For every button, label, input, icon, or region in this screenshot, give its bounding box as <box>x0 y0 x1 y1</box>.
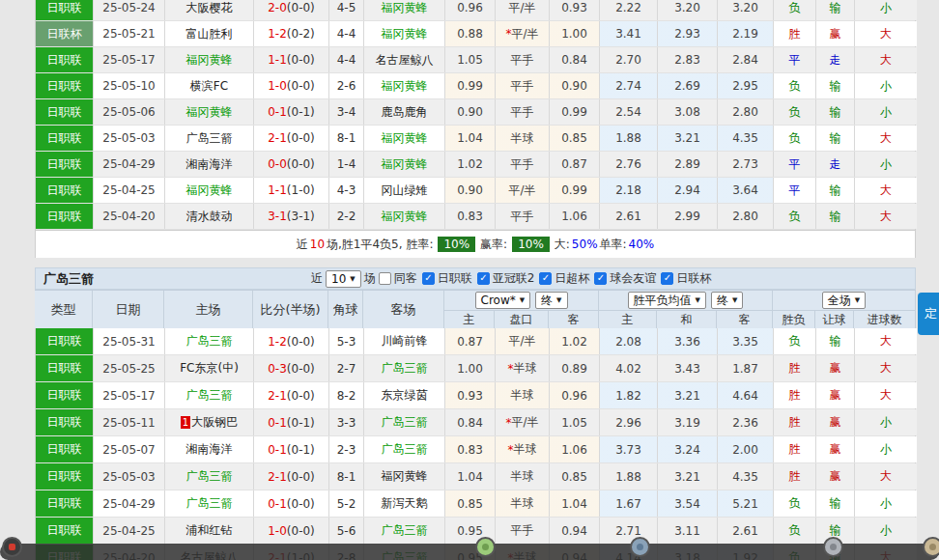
ah-home-odds-cell: 1.00 <box>445 355 496 381</box>
eu-away-odds-cell: 2.80 <box>718 204 774 229</box>
team-link[interactable]: 湘南海洋 <box>186 441 233 458</box>
chevron-down-icon: ▼ <box>520 296 525 304</box>
match-count-select[interactable]: 10 ▼ <box>326 270 361 288</box>
wdl-result-cell: 胜 <box>774 355 816 381</box>
handicap-cell: 半球 <box>496 490 550 517</box>
team-link[interactable]: 名古屋鲸八 <box>376 52 434 69</box>
handicap-time-select[interactable]: 终▼ <box>535 292 567 309</box>
match-row: 日职联25-04-25浦和红钻1-0(0-0)5-6广岛三箭0.95平手0.94… <box>36 518 915 545</box>
score-cell: 3-1(3-1) <box>254 204 329 229</box>
league-badge[interactable]: 日职联 <box>36 409 93 435</box>
filter-label[interactable]: 日超杯 <box>555 270 589 287</box>
team-link[interactable]: 大阪钢巴 <box>191 414 238 431</box>
team-link[interactable]: 广岛三箭 <box>186 333 233 350</box>
green-avatar-icon[interactable] <box>475 537 496 557</box>
league-badge[interactable]: 日职联 <box>36 518 93 544</box>
handicap-result-cell: 赢 <box>816 436 855 462</box>
filter-label[interactable]: 同客 <box>394 270 417 287</box>
team-link[interactable]: 福冈黄蜂 <box>382 468 428 485</box>
goals-result-cell: 大 <box>855 126 917 151</box>
league-badge[interactable]: 日职联 <box>36 382 93 408</box>
league-type-cell: 日职联 <box>36 99 94 125</box>
eu-draw-odds-cell: 3.21 <box>658 126 718 151</box>
team-link[interactable]: 福冈黄蜂 <box>382 0 428 16</box>
team-link[interactable]: 广岛三箭 <box>186 468 233 485</box>
team-link[interactable]: 东京绿茵 <box>382 387 428 404</box>
eu-away-odds-cell: 2.84 <box>718 47 774 72</box>
league-badge[interactable]: 日职联 <box>36 152 93 177</box>
gray-avatar-icon[interactable] <box>823 537 843 557</box>
team-link[interactable]: 福冈黄蜂 <box>186 182 233 199</box>
team-link[interactable]: 湘南海洋 <box>186 156 233 173</box>
league-badge[interactable]: 日职联 <box>36 126 93 151</box>
ah-away-odds-cell: 0.84 <box>550 47 600 72</box>
league-badge[interactable]: 日职联 <box>36 436 93 462</box>
near-label: 近 <box>311 270 323 287</box>
team-link[interactable]: 福冈黄蜂 <box>382 26 428 42</box>
filter-checkbox[interactable] <box>661 272 673 285</box>
team-link[interactable]: 清水鼓动 <box>186 209 233 225</box>
filter-checkbox[interactable] <box>477 272 490 285</box>
team-link[interactable]: 富山胜利 <box>186 26 233 42</box>
filter-label[interactable]: 亚冠联2 <box>493 270 535 287</box>
goals-result-cell: 大 <box>855 355 917 381</box>
wdl-result-cell: 负 <box>774 490 816 517</box>
filter-label[interactable]: 日职联 <box>438 270 472 287</box>
filter-checkbox[interactable] <box>422 272 435 285</box>
league-badge[interactable]: 日职联 <box>36 328 93 354</box>
team-link[interactable]: 横滨FC <box>190 78 228 95</box>
team-link[interactable]: 浦和红钻 <box>186 522 233 539</box>
team-link[interactable]: 川崎前锋 <box>382 333 428 350</box>
goals-result-cell: 大 <box>855 21 917 46</box>
eu-home-odds-cell: 2.18 <box>600 178 658 203</box>
team-link[interactable]: 广岛三箭 <box>382 360 428 377</box>
floating-side-button[interactable]: 定 <box>918 293 939 335</box>
league-badge[interactable]: 日职联 <box>36 490 93 517</box>
filter-checkbox[interactable] <box>594 272 607 285</box>
team-link[interactable]: 福冈黄蜂 <box>382 209 428 225</box>
team-link[interactable]: 广岛三箭 <box>382 414 428 431</box>
filter-label[interactable]: 球会友谊 <box>610 270 656 287</box>
team-link[interactable]: 福冈黄蜂 <box>382 78 428 95</box>
team-link[interactable]: FC东京(中) <box>180 360 239 377</box>
match-row: 日职联25-04-29广岛三箭0-1(0-0)5-2新泻天鹅0.85半球1.04… <box>36 490 915 518</box>
team-link[interactable]: 大阪樱花 <box>186 0 233 16</box>
team-link[interactable]: 福冈黄蜂 <box>382 130 428 147</box>
league-badge[interactable]: 日职联 <box>36 355 93 381</box>
bookmaker-select-value: Crow* <box>481 294 516 307</box>
league-badge[interactable]: 日联杯 <box>36 21 93 46</box>
team-link[interactable]: 广岛三箭 <box>186 130 233 147</box>
league-badge[interactable]: 日职联 <box>36 0 93 20</box>
league-badge[interactable]: 日职联 <box>36 463 93 490</box>
period-select[interactable]: 全场▼ <box>822 292 866 309</box>
bookmaker-select[interactable]: Crow*▼ <box>475 292 531 309</box>
eu-draw-odds-cell: 3.21 <box>658 382 718 408</box>
team-link[interactable]: 广岛三箭 <box>382 441 428 458</box>
league-badge[interactable]: 日职联 <box>36 47 93 72</box>
league-badge[interactable]: 日职联 <box>36 204 93 229</box>
col-header-home: 主场 <box>164 291 253 329</box>
team-link[interactable]: 广岛三箭 <box>186 387 233 404</box>
filter-checkbox[interactable] <box>379 272 391 285</box>
team-link[interactable]: 广岛三箭 <box>186 495 233 512</box>
europe-odds-value: 胜平负均值 <box>634 293 692 309</box>
filter-label[interactable]: 日联杯 <box>676 270 711 287</box>
team-link[interactable]: 福冈黄蜂 <box>186 52 233 69</box>
handicap-cell: 平手 <box>496 73 550 98</box>
league-badge[interactable]: 日职联 <box>36 99 93 125</box>
record-dot-icon[interactable] <box>2 537 22 557</box>
league-badge[interactable]: 日职联 <box>36 73 93 98</box>
tan-avatar-icon[interactable] <box>923 537 939 557</box>
league-badge[interactable]: 日职联 <box>36 178 93 203</box>
team-link[interactable]: 鹿岛鹿角 <box>382 104 428 121</box>
europe-odds-select[interactable]: 胜平负均值▼ <box>628 292 706 309</box>
subcol-eu-draw: 和 <box>657 311 717 329</box>
filter-checkbox[interactable] <box>539 272 552 285</box>
team-link[interactable]: 冈山绿雉 <box>382 182 428 199</box>
team-link[interactable]: 广岛三箭 <box>382 522 428 539</box>
team-link[interactable]: 新泻天鹅 <box>382 495 428 512</box>
team-link[interactable]: 福冈黄蜂 <box>382 156 428 173</box>
blue-avatar-icon[interactable] <box>630 537 650 557</box>
team-link[interactable]: 福冈黄蜂 <box>186 104 233 121</box>
europe-time-select[interactable]: 终▼ <box>711 292 743 309</box>
